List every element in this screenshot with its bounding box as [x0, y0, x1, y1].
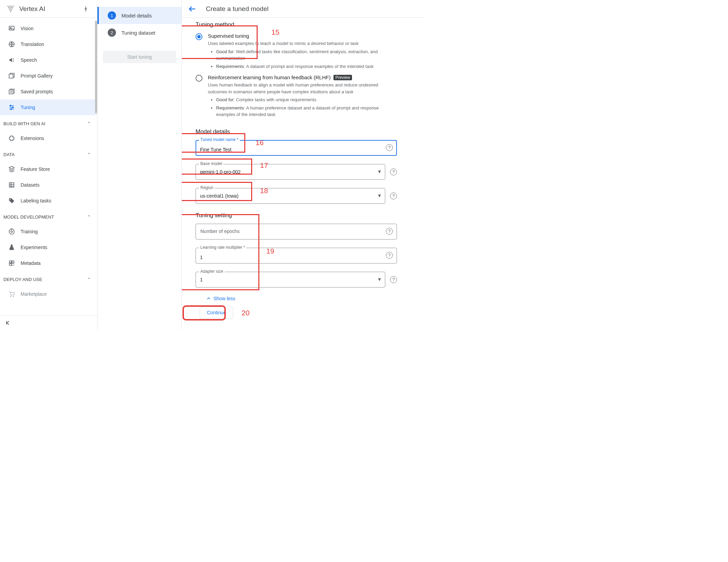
sidebar-item-saved-prompts[interactable]: Saved prompts	[0, 84, 97, 99]
field-label: Adapter size	[199, 269, 225, 274]
radio-icon[interactable]	[196, 33, 202, 40]
gallery-icon	[8, 72, 16, 79]
sidebar-item-label: Vision	[21, 26, 34, 31]
svg-rect-23	[9, 183, 14, 187]
sidebar-item-tuning[interactable]: Tuning	[0, 99, 97, 115]
sidebar: Vertex AI Vision Translation Speech Prom…	[0, 0, 97, 329]
svg-rect-18	[9, 74, 13, 78]
select-value: 1	[196, 272, 385, 288]
radio-icon[interactable]	[196, 75, 202, 82]
sidebar-item-marketplace[interactable]: Marketplace	[0, 286, 97, 302]
section-label: MODEL DEVELOPMENT	[3, 214, 54, 220]
sidebar-collapse[interactable]	[0, 316, 97, 329]
tuned-model-name-input[interactable]	[196, 140, 397, 156]
help-icon[interactable]: ?	[390, 276, 397, 283]
svg-point-0	[8, 5, 8, 6]
region-select[interactable]: Region us-central1 (Iowa) ▼	[196, 188, 385, 204]
button-label: Start tuning	[127, 54, 152, 60]
svg-point-9	[9, 8, 10, 9]
show-less-toggle[interactable]: Show less	[206, 296, 397, 301]
sidebar-item-datasets[interactable]: Datasets	[0, 177, 97, 193]
learning-rate-input[interactable]	[196, 248, 397, 264]
datasets-icon	[8, 182, 16, 188]
sidebar-item-labeling[interactable]: Labeling tasks	[0, 193, 97, 209]
sidebar-item-vision[interactable]: Vision	[0, 21, 97, 36]
pin-icon[interactable]	[83, 6, 91, 12]
step-tuning-dataset[interactable]: 2 Tuning dataset	[97, 24, 181, 41]
sidebar-item-label: Tuning	[21, 105, 35, 110]
start-tuning-button: Start tuning	[103, 51, 176, 63]
translation-icon	[8, 41, 16, 48]
back-arrow-icon[interactable]	[188, 5, 196, 13]
preview-badge: Preview	[333, 75, 352, 80]
svg-point-10	[10, 8, 11, 9]
sidebar-section-modeldev[interactable]: MODEL DEVELOPMENT ⌃	[0, 210, 97, 224]
select-value: us-central1 (Iowa)	[196, 188, 385, 204]
help-icon[interactable]: ?	[386, 252, 393, 259]
main-area: Create a tuned model Tuning method Super…	[182, 0, 424, 329]
chevron-left-icon	[5, 319, 12, 326]
svg-rect-27	[9, 261, 11, 263]
chevron-up-icon: ⌃	[87, 121, 91, 126]
field-label: Base model	[199, 161, 223, 166]
continue-button[interactable]: Continue	[200, 307, 233, 318]
chevron-up-icon: ⌃	[87, 152, 91, 157]
help-icon[interactable]: ?	[386, 144, 393, 151]
sidebar-item-speech[interactable]: Speech	[0, 52, 97, 68]
adapter-size-select[interactable]: Adapter size 1 ▼	[196, 272, 385, 288]
help-icon[interactable]: ?	[386, 228, 393, 235]
sidebar-item-label: Experiments	[21, 245, 47, 250]
scrollbar[interactable]	[95, 21, 97, 113]
epochs-field[interactable]: Number of epochs ?	[196, 224, 397, 239]
sidebar-section-genai[interactable]: BUILD WITH GEN AI ⌃	[0, 117, 97, 130]
tuning-method-supervised[interactable]: Supervised tuning Uses labeled examples …	[196, 33, 397, 71]
extensions-icon	[8, 135, 16, 142]
model-details-heading: Model details	[196, 128, 397, 135]
svg-point-14	[10, 11, 11, 12]
step-model-details[interactable]: 1 Model details	[97, 7, 181, 24]
help-icon[interactable]: ?	[390, 168, 397, 175]
svg-point-7	[11, 7, 12, 8]
sidebar-item-extensions[interactable]: Extensions	[0, 130, 97, 146]
chevron-up-icon: ⌃	[87, 277, 91, 282]
field-label: Number of epochs	[199, 229, 241, 234]
tuning-method-heading: Tuning method	[196, 21, 397, 28]
step-label: Model details	[121, 13, 152, 19]
button-label: Continue	[207, 310, 226, 315]
svg-point-20	[10, 105, 11, 106]
base-model-select[interactable]: Base model gemini-1.0-pro-002 ▼	[196, 164, 385, 180]
svg-point-3	[12, 5, 12, 6]
tuned-model-name-field[interactable]: Tuned model name * ?	[196, 140, 397, 156]
learning-rate-field[interactable]: Learning rate multiplier * ?	[196, 248, 397, 264]
field-label: Learning rate multiplier *	[199, 245, 246, 250]
radio-description: Uses human feedback to align a model wit…	[208, 82, 397, 118]
sidebar-item-feature-store[interactable]: Feature Store	[0, 161, 97, 177]
main-header: Create a tuned model	[182, 0, 424, 18]
stepper-column: 1 Model details 2 Tuning dataset Start t…	[97, 0, 182, 329]
sidebar-item-training[interactable]: Training	[0, 224, 97, 239]
vision-icon	[8, 25, 16, 32]
radio-description: Uses labeled examples to teach a model t…	[208, 40, 397, 70]
metadata-icon	[8, 260, 16, 267]
marketplace-icon	[8, 291, 16, 297]
sidebar-item-experiments[interactable]: Experiments	[0, 239, 97, 255]
field-label: Tuned model name *	[199, 137, 240, 142]
sidebar-item-translation[interactable]: Translation	[0, 36, 97, 52]
sidebar-item-label: Datasets	[21, 182, 39, 188]
sidebar-header: Vertex AI	[0, 0, 97, 18]
svg-point-5	[8, 7, 9, 8]
step-number-icon: 1	[108, 11, 116, 20]
sidebar-section-data[interactable]: DATA ⌃	[0, 148, 97, 161]
tuning-method-rlhf[interactable]: Reinforcement learning from human feedba…	[196, 74, 397, 119]
sidebar-item-label: Metadata	[21, 260, 40, 266]
main-body: Tuning method Supervised tuning Uses lab…	[182, 18, 424, 329]
sidebar-item-prompt-gallery[interactable]: Prompt Gallery	[0, 68, 97, 84]
sidebar-section-deploy[interactable]: DEPLOY AND USE ⌃	[0, 272, 97, 286]
page-title: Create a tuned model	[206, 5, 269, 13]
labeling-icon	[8, 197, 16, 204]
sidebar-item-metadata[interactable]: Metadata	[0, 255, 97, 271]
help-icon[interactable]: ?	[390, 192, 397, 199]
svg-point-32	[13, 296, 14, 297]
training-icon	[8, 228, 16, 235]
chevron-up-icon: ⌃	[87, 214, 91, 220]
